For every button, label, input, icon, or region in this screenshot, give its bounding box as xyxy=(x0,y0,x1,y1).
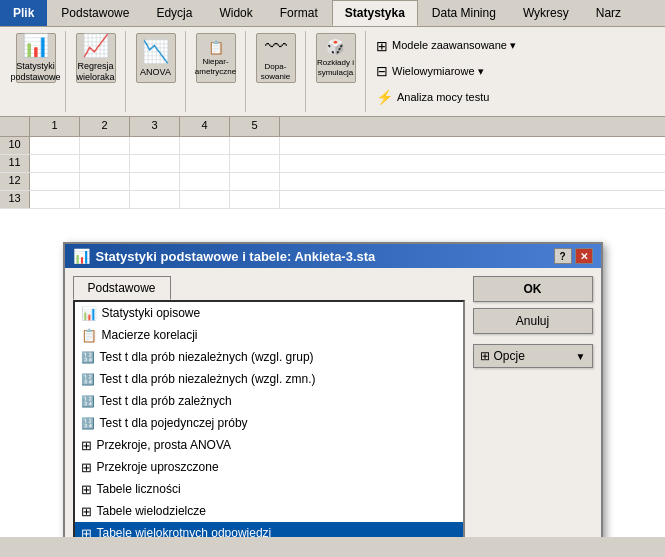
tab-plik[interactable]: Plik xyxy=(0,0,47,26)
niepar-icon[interactable]: 📋 Niepar-ametryczne xyxy=(196,33,236,83)
item-label-5: Test t dla pojedynczej próby xyxy=(100,416,248,430)
opcje-icon: ⊞ xyxy=(480,349,490,363)
opcje-button[interactable]: ⊞ Opcje ▼ xyxy=(473,344,593,368)
anova-label: ANOVA xyxy=(140,67,171,78)
dopasowanie-icon[interactable]: 〰 Dopa-sowanie xyxy=(256,33,296,83)
regresja-icon[interactable]: 📈 Regresjawieloraka xyxy=(76,33,116,83)
list-item-selected[interactable]: ⊞ Tabele wielokrotnych odpowiedzi xyxy=(75,522,463,537)
item-label-2: Test t dla prób niezależnych (wzgl. grup… xyxy=(100,350,314,364)
titlebar-buttons: ? ✕ xyxy=(554,248,593,264)
item-label-6: Przekroje, prosta ANOVA xyxy=(97,438,232,452)
anova-icon[interactable]: 📉 ANOVA xyxy=(136,33,176,83)
analiza-label: Analiza mocy testu xyxy=(397,91,489,103)
dialog-title: Statystyki podstawowe i tabele: Ankieta-… xyxy=(96,249,376,264)
tab-format[interactable]: Format xyxy=(267,0,331,26)
item-icon-5: 🔢 xyxy=(81,417,95,430)
ribbon-group-anova: 📉 ANOVA xyxy=(126,31,186,112)
item-icon-6: ⊞ xyxy=(81,438,92,453)
item-label-9: Tabele wielodzielcze xyxy=(97,504,206,518)
rozklady-label: Rozkłady isymulacja xyxy=(317,58,354,77)
spreadsheet-background: 1 2 3 4 5 10 11 12 13 xyxy=(0,117,665,537)
list-item[interactable]: 📋 Macierze korelacji xyxy=(75,324,463,346)
opcje-arrow-icon: ▼ xyxy=(576,351,586,362)
ok-button[interactable]: OK xyxy=(473,276,593,302)
modal-overlay: 📊 Statystyki podstawowe i tabele: Ankiet… xyxy=(0,117,665,537)
modele-icon: ⊞ xyxy=(376,38,388,54)
item-icon-1: 📋 xyxy=(81,328,97,343)
item-label-4: Test t dla prób zależnych xyxy=(100,394,232,408)
dialog-left-panel: Podstawowe 📊 Statystyki opisowe 📋 Macier… xyxy=(73,276,465,537)
opcje-label: Opcje xyxy=(494,349,525,363)
tab-widok[interactable]: Widok xyxy=(206,0,265,26)
list-item[interactable]: 🔢 Test t dla prób niezależnych (wzgl. zm… xyxy=(75,368,463,390)
titlebar-left: 📊 Statystyki podstawowe i tabele: Ankiet… xyxy=(73,248,376,264)
statistics-list[interactable]: 📊 Statystyki opisowe 📋 Macierze korelacj… xyxy=(73,300,465,537)
analiza-button[interactable]: ⚡ Analiza mocy testu xyxy=(372,87,520,107)
item-icon-3: 🔢 xyxy=(81,373,95,386)
niepar-label: Niepar-ametryczne xyxy=(195,57,236,76)
list-item[interactable]: ⊞ Przekroje, prosta ANOVA xyxy=(75,434,463,456)
modele-button[interactable]: ⊞ Modele zaawansowane ▾ xyxy=(372,36,520,56)
regresja-label: Regresjawieloraka xyxy=(76,61,114,83)
dialog-right-panel: OK Anuluj ⊞ Opcje ▼ xyxy=(473,276,593,537)
anuluj-button[interactable]: Anuluj xyxy=(473,308,593,334)
tab-bar: Podstawowe xyxy=(73,276,465,300)
help-button[interactable]: ? xyxy=(554,248,572,264)
ribbon-group-statystyki: 📊 Statystykipodstawowe xyxy=(6,31,66,112)
item-icon-2: 🔢 xyxy=(81,351,95,364)
dialog-titlebar: 📊 Statystyki podstawowe i tabele: Ankiet… xyxy=(65,244,601,268)
analiza-icon: ⚡ xyxy=(376,89,393,105)
ribbon-tab-bar: Plik Podstawowe Edycja Widok Format Stat… xyxy=(0,0,665,26)
dopasowanie-label: Dopa-sowanie xyxy=(261,62,290,81)
ribbon-group-regresja: 📈 Regresjawieloraka xyxy=(66,31,126,112)
statystyki-label: Statystykipodstawowe xyxy=(10,61,60,83)
ribbon-content: 📊 Statystykipodstawowe 📈 Regresjawielora… xyxy=(0,26,665,116)
item-icon-7: ⊞ xyxy=(81,460,92,475)
wielowymiarowe-icon: ⊟ xyxy=(376,63,388,79)
list-item[interactable]: ⊞ Tabele liczności xyxy=(75,478,463,500)
ribbon-group-niepar: 📋 Niepar-ametryczne xyxy=(186,31,246,112)
ribbon: Plik Podstawowe Edycja Widok Format Stat… xyxy=(0,0,665,117)
close-button[interactable]: ✕ xyxy=(575,248,593,264)
wielowymiarowe-button[interactable]: ⊟ Wielowymiarowe ▾ xyxy=(372,61,520,81)
tab-datamining[interactable]: Data Mining xyxy=(419,0,509,26)
list-item[interactable]: 🔢 Test t dla prób niezależnych (wzgl. gr… xyxy=(75,346,463,368)
list-item[interactable]: ⊞ Przekroje uproszczone xyxy=(75,456,463,478)
list-item[interactable]: 📊 Statystyki opisowe xyxy=(75,302,463,324)
item-label-1: Macierze korelacji xyxy=(102,328,198,342)
ribbon-right-section: ⊞ Modele zaawansowane ▾ ⊟ Wielowymiarowe… xyxy=(366,31,526,112)
list-item[interactable]: ⊞ Tabele wielodzielcze xyxy=(75,500,463,522)
item-icon-0: 📊 xyxy=(81,306,97,321)
list-item[interactable]: 🔢 Test t dla pojedynczej próby xyxy=(75,412,463,434)
modele-label: Modele zaawansowane ▾ xyxy=(392,39,516,52)
tab-podstawowe[interactable]: Podstawowe xyxy=(73,276,171,300)
item-label-10: Tabele wielokrotnych odpowiedzi xyxy=(97,526,272,537)
tab-wykresy[interactable]: Wykresy xyxy=(510,0,582,26)
tab-edycja[interactable]: Edycja xyxy=(143,0,205,26)
item-label-3: Test t dla prób niezależnych (wzgl. zmn.… xyxy=(100,372,316,386)
item-label-8: Tabele liczności xyxy=(97,482,181,496)
wielowymiarowe-label: Wielowymiarowe ▾ xyxy=(392,65,484,78)
list-item[interactable]: 🔢 Test t dla prób zależnych xyxy=(75,390,463,412)
dialog-icon: 📊 xyxy=(73,248,90,264)
item-label-7: Przekroje uproszczone xyxy=(97,460,219,474)
dialog-statystyki: 📊 Statystyki podstawowe i tabele: Ankiet… xyxy=(63,242,603,537)
item-icon-4: 🔢 xyxy=(81,395,95,408)
statystyki-icon[interactable]: 📊 Statystykipodstawowe xyxy=(16,33,56,83)
item-label-0: Statystyki opisowe xyxy=(102,306,201,320)
tab-narz[interactable]: Narz xyxy=(583,0,634,26)
tab-podstawowe[interactable]: Podstawowe xyxy=(48,0,142,26)
item-icon-9: ⊞ xyxy=(81,504,92,519)
ribbon-group-rozklady: 🎲 Rozkłady isymulacja xyxy=(306,31,366,112)
item-icon-8: ⊞ xyxy=(81,482,92,497)
item-icon-10: ⊞ xyxy=(81,526,92,538)
dialog-body: Podstawowe 📊 Statystyki opisowe 📋 Macier… xyxy=(65,268,601,537)
tab-statystyka[interactable]: Statystyka xyxy=(332,0,418,26)
ribbon-group-dopasowanie: 〰 Dopa-sowanie xyxy=(246,31,306,112)
rozklady-icon[interactable]: 🎲 Rozkłady isymulacja xyxy=(316,33,356,83)
